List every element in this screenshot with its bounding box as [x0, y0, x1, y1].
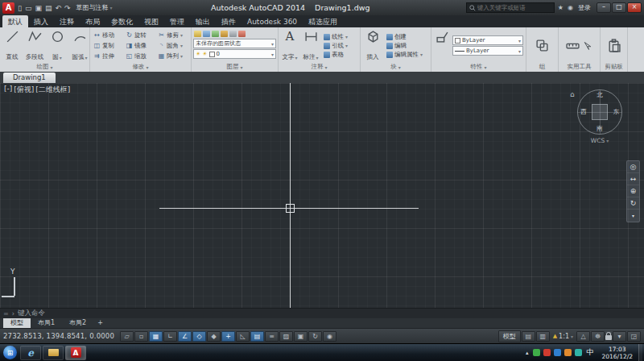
new-icon[interactable]: ▯: [17, 2, 23, 14]
tab-model[interactable]: 模型: [3, 318, 31, 328]
dynamic-ucs-toggle[interactable]: ◺: [236, 331, 250, 342]
quick-select-icon[interactable]: [583, 41, 592, 51]
search-input[interactable]: [477, 4, 551, 11]
dimension-button[interactable]: 标注▾: [301, 29, 320, 62]
orbit-icon[interactable]: ↻: [627, 197, 639, 210]
tab-output[interactable]: 输出: [190, 15, 216, 27]
transparency-toggle[interactable]: ▨: [279, 331, 293, 342]
insert-block-button[interactable]: 插入: [362, 29, 383, 62]
tab-insert[interactable]: 插入: [28, 15, 54, 27]
object-snap-tracking-toggle[interactable]: +: [221, 331, 235, 342]
measure-icon[interactable]: [566, 39, 580, 52]
panel-title-block[interactable]: 块▾: [361, 62, 431, 72]
start-button[interactable]: ⊞: [3, 346, 17, 359]
annotation-scale-button[interactable]: ▲ 1:1 ▾: [551, 333, 576, 340]
tab-annotate[interactable]: 注释: [54, 15, 80, 27]
hidden-icons-button[interactable]: ▴: [524, 350, 530, 356]
object-color-dropdown[interactable]: ByLayer ▾: [452, 35, 523, 45]
annotation-monitor-toggle[interactable]: ◉: [323, 331, 336, 342]
quick-properties-toggle[interactable]: ▣: [294, 331, 308, 342]
panel-title-annotation[interactable]: 注释▾: [279, 62, 360, 72]
clean-screen-icon[interactable]: ◲: [627, 331, 641, 342]
layer-dropdown[interactable]: ☀ ☀ 0 ▾: [193, 49, 276, 59]
layer-freeze-button[interactable]: [212, 31, 219, 37]
close-button[interactable]: ×: [627, 2, 642, 13]
polar-tracking-toggle[interactable]: ∠: [178, 331, 192, 342]
exchange-apps-icon[interactable]: ★: [557, 4, 564, 11]
rotate-button[interactable]: ↻旋转: [124, 30, 156, 40]
taskbar-app-autocad[interactable]: A: [65, 346, 86, 360]
wcs-dropdown[interactable]: WCS ▾: [576, 137, 623, 144]
match-properties-button[interactable]: [433, 29, 451, 62]
layer-match-button[interactable]: [238, 31, 246, 37]
panel-title-clipboard[interactable]: 剪贴板: [601, 62, 627, 72]
panel-title-draw[interactable]: 绘图▾: [0, 62, 89, 72]
viewcube-west[interactable]: 西: [580, 108, 587, 116]
selection-cycling-toggle[interactable]: ↻: [308, 331, 322, 342]
pan-icon[interactable]: ↔: [627, 173, 639, 185]
show-desktop-button[interactable]: [638, 344, 642, 361]
save-icon[interactable]: ▣: [34, 2, 43, 14]
tab-layout[interactable]: 布局: [80, 15, 105, 27]
viewcube[interactable]: ⌂ 北 南 西 东 WCS ▾: [576, 89, 623, 144]
undo-icon[interactable]: ↶: [55, 2, 63, 14]
lineweight-toggle[interactable]: ≡: [265, 331, 279, 342]
panel-title-modify[interactable]: 修改▾: [90, 62, 191, 72]
annotation-visibility-icon[interactable]: △: [576, 331, 590, 342]
infer-constraints-toggle[interactable]: ▱: [120, 331, 134, 342]
taskbar-app-explorer[interactable]: [43, 346, 64, 360]
infocenter-search[interactable]: [466, 2, 555, 13]
open-icon[interactable]: ▭: [24, 2, 33, 14]
workspace-gear-icon[interactable]: ☸: [591, 331, 605, 342]
view-controls-button[interactable]: [俯视]: [14, 85, 34, 95]
move-button[interactable]: ↔移动: [92, 30, 124, 40]
maximize-button[interactable]: □: [612, 2, 626, 13]
layer-properties-button[interactable]: [194, 31, 201, 37]
tab-layout2[interactable]: 布局2: [62, 318, 93, 328]
tab-layout1[interactable]: 布局1: [31, 318, 62, 328]
panel-title-layers[interactable]: 图层▾: [192, 62, 278, 72]
array-button[interactable]: ▦阵列▾: [156, 51, 188, 61]
panel-title-groups[interactable]: 组: [526, 62, 558, 72]
scale-button[interactable]: ◱缩放: [124, 51, 156, 61]
viewcube-north[interactable]: 北: [597, 91, 603, 99]
line-button[interactable]: 直线: [2, 29, 23, 62]
tab-home[interactable]: 默认: [2, 15, 28, 27]
tray-icon[interactable]: [554, 349, 561, 356]
panel-title-utilities[interactable]: 实用工具: [559, 62, 600, 72]
taskbar-clock[interactable]: 17:03 2016/12/2: [602, 346, 633, 360]
viewcube-south[interactable]: 南: [597, 125, 603, 133]
tray-icon[interactable]: [575, 349, 582, 356]
quick-view-drawings-icon[interactable]: ▥: [536, 331, 550, 342]
new-layout-button[interactable]: +: [93, 318, 107, 328]
edit-block-button[interactable]: 编辑: [385, 42, 423, 50]
linear-dimension-button[interactable]: 线性▾: [322, 33, 348, 41]
status-menu-chevron-icon[interactable]: ▾: [613, 331, 626, 342]
tray-icon[interactable]: [564, 349, 572, 356]
layer-state-dropdown[interactable]: 未保存的图层状态 ▾: [193, 39, 276, 48]
redo-icon[interactable]: ↷: [64, 2, 72, 14]
group-icon[interactable]: [535, 39, 549, 52]
grid-toggle[interactable]: ▦: [149, 331, 163, 342]
tab-plugins[interactable]: 插件: [216, 15, 242, 27]
autocad-app-button[interactable]: A: [2, 2, 14, 14]
minimize-button[interactable]: –: [597, 2, 611, 13]
3d-object-snap-toggle[interactable]: ◆: [207, 331, 221, 342]
object-snap-toggle[interactable]: ◇: [192, 331, 206, 342]
snap-toggle[interactable]: ▫: [134, 331, 148, 342]
print-icon[interactable]: ▤: [44, 2, 53, 14]
mirror-button[interactable]: ◨镜像: [124, 40, 156, 51]
lineweight-dropdown[interactable]: ByLayer ▾: [452, 46, 523, 56]
command-prompt[interactable]: 键入命令: [18, 309, 45, 318]
home-icon[interactable]: ⌂: [570, 90, 575, 98]
ime-indicator[interactable]: 中: [584, 347, 597, 358]
panel-title-properties[interactable]: 特性▾: [431, 62, 526, 72]
polyline-button[interactable]: 多段线: [24, 29, 45, 62]
zoom-icon[interactable]: ⊕: [627, 185, 639, 197]
quick-view-layouts-icon[interactable]: ▤: [522, 331, 535, 342]
tab-featured-apps[interactable]: 精选应用: [303, 15, 343, 27]
visual-style-button[interactable]: [二维线框]: [35, 85, 70, 95]
command-line[interactable]: ≡ › 键入命令: [0, 308, 644, 318]
workspace-dropdown[interactable]: 草图与注释 ▾: [74, 3, 115, 12]
steering-wheel-icon[interactable]: ◎: [627, 161, 639, 173]
